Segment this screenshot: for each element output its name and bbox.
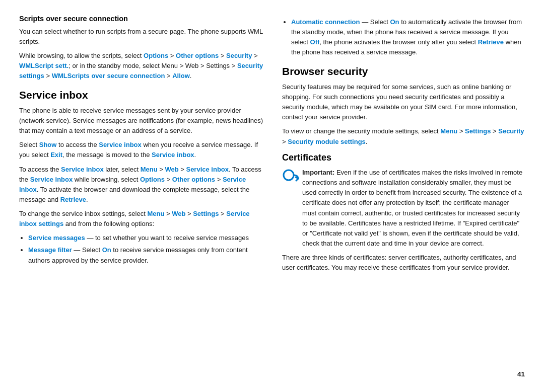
sp2-show: Show [39, 141, 57, 148]
bullet2-blue: Message filter [28, 246, 72, 254]
sp4-mid2: > [185, 210, 193, 217]
cert-important-text: Important: Even if the use of certificat… [302, 168, 525, 249]
sp3-inbox1: Service inbox [61, 166, 104, 173]
sp4-mid3: > [219, 210, 227, 217]
scripts-mid4: ; or in the standby mode, select Menu > … [69, 62, 237, 69]
sp2-inbox1: Service inbox [99, 141, 142, 148]
service-title: Service inbox [19, 89, 266, 102]
service-p2: Select Show to access the Service inbox … [19, 140, 266, 160]
sp2-pre: Select [19, 141, 39, 148]
service-p4: To change the service inbox settings, se… [19, 209, 266, 229]
cert-icon-wrap [282, 169, 300, 183]
scripts-mid3: > [252, 52, 257, 59]
sp3-inbox2: Service inbox [186, 166, 229, 173]
auto-connection-rest2: , the phone activates the browser only a… [319, 38, 478, 46]
scripts-p2-pre: While browsing, to allow the scripts, se… [19, 52, 144, 59]
sp4-settings: Settings [193, 210, 219, 217]
bullet2-mid: — Select [72, 246, 102, 254]
scripts-other: Other options [176, 52, 219, 59]
sp4-menu: Menu [147, 210, 164, 217]
browser-security-title: Browser security [282, 65, 525, 78]
svg-point-0 [284, 170, 294, 180]
sp2-mid3: , the message is moved to the [62, 151, 152, 159]
bp2-mid2: > [491, 127, 498, 135]
scripts-end: . [190, 72, 192, 80]
sp4-web: Web [172, 210, 185, 217]
bp2-end: . [366, 138, 368, 145]
sp3-mid6: > [165, 176, 172, 183]
sp3-service: Service [223, 176, 246, 183]
sp3-mid5: while browsing, select [73, 176, 140, 183]
scripts-mid5: > [44, 72, 52, 80]
sp2-mid1: to access the [56, 141, 99, 148]
bullet2-on: On [102, 246, 111, 254]
auto-connection-label: Automatic connection [291, 18, 360, 26]
sp3-mid8: inbox [19, 186, 37, 193]
sp3-menu: Menu [141, 166, 158, 173]
auto-connection-item: Automatic connection — Select On to auto… [291, 17, 525, 58]
sp3-mid3: > [179, 166, 186, 173]
sp3-end: . [86, 196, 88, 203]
browser-p2: To view or change the security module se… [282, 126, 525, 146]
scripts-security: Security [226, 52, 252, 59]
bullet1-rest: — to set whether you want to receive ser… [85, 234, 249, 242]
bp2-mid3: > [282, 138, 288, 145]
sp3-other: Other options [172, 176, 215, 183]
service-p3: To access the Service inbox later, selec… [19, 165, 266, 205]
scripts-p1: You can select whether to run scripts fr… [19, 27, 266, 47]
bp2-module: Security module [288, 138, 338, 145]
scripts-allow: Allow [172, 72, 190, 80]
certificates-title: Certificates [282, 152, 525, 164]
scripts-wml: WMLScript sett. [19, 62, 69, 69]
bp2-security: Security [498, 127, 524, 135]
sp2-end: . [194, 151, 196, 159]
sp2-inbox2: Service inbox [152, 151, 194, 159]
scripts-mid6: > [165, 72, 172, 80]
auto-connection-off: Off [310, 38, 320, 46]
sp3-mid7: > [215, 176, 223, 183]
scripts-mid1: > [168, 52, 176, 59]
sp3-inbox3: Service inbox [30, 176, 73, 183]
bullet1-blue: Service messages [28, 234, 85, 242]
sp3-mid2: > [158, 166, 165, 173]
bp2-settings2: settings [341, 138, 366, 145]
right-column: Automatic connection — Select On to auto… [282, 14, 525, 378]
cert-important-bold: Important: [302, 169, 334, 176]
bp2-menu: Menu [440, 127, 457, 135]
sp3-retrieve: Retrieve [60, 196, 86, 203]
scripts-wmlscripts: WMLScripts over secure connection [52, 72, 165, 80]
left-column: Scripts over secure connection You can s… [19, 14, 266, 378]
sp2-exit: Exit [50, 151, 62, 159]
sp3-mid9: . To activate the browser and download t… [19, 186, 249, 203]
auto-connection-retrieve: Retrieve [478, 38, 504, 46]
sp4-end: and from the following options: [63, 220, 154, 227]
page-number: 41 [517, 370, 525, 378]
bullet-service-messages: Service messages — to set whether you wa… [28, 233, 266, 243]
cert-p2: There are three kinds of certificates: s… [282, 253, 525, 273]
sp4-mid1: > [164, 210, 172, 217]
browser-p1: Security features may be required for so… [282, 82, 525, 123]
sp3-web: Web [165, 166, 178, 173]
scripts-options: Options [144, 52, 168, 59]
service-bullets: Service messages — to set whether you wa… [28, 233, 266, 265]
bullet-message-filter: Message filter — Select On to receive se… [28, 245, 266, 265]
bp2-pre: To view or change the security module se… [282, 127, 440, 135]
service-p1: The phone is able to receive service mes… [19, 106, 266, 136]
bp2-settings: Settings [465, 127, 491, 135]
sp3-options: Options [140, 176, 165, 183]
cert-important-rest: Even if the use of certificates makes th… [302, 169, 522, 247]
scripts-p2: While browsing, to allow the scripts, se… [19, 51, 266, 81]
cert-important-para: Important: Even if the use of certificat… [282, 168, 525, 249]
sp3-pre: To access the [19, 166, 61, 173]
scripts-title: Scripts over secure connection [19, 14, 266, 24]
bp2-mid1: > [457, 127, 465, 135]
page: Scripts over secure connection You can s… [0, 0, 544, 392]
scripts-mid2: > [219, 52, 226, 59]
sp3-mid1: later, select [104, 166, 141, 173]
auto-connection-on: On [390, 18, 399, 26]
cert-icon [282, 169, 299, 182]
auto-connection-mid: — Select [360, 18, 390, 26]
sp4-pre: To change the service inbox settings, se… [19, 210, 147, 217]
auto-connection-list: Automatic connection — Select On to auto… [291, 17, 525, 58]
